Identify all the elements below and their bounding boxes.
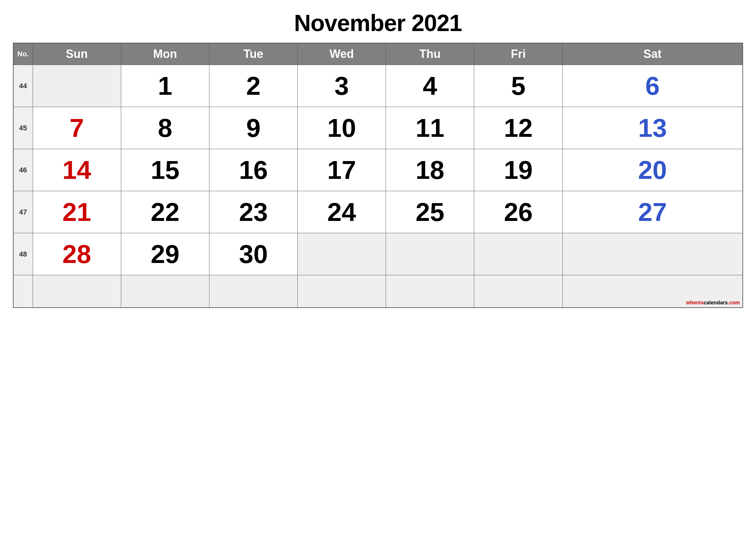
day-cell: 27 <box>562 191 743 233</box>
day-cell: 19 <box>474 149 562 191</box>
empty-cell <box>386 275 474 308</box>
day-cell: 26 <box>474 191 562 233</box>
empty-cell <box>209 275 297 308</box>
week-number: 45 <box>13 107 33 149</box>
header-wed: Wed <box>298 43 386 65</box>
watermark-when: whenis <box>686 300 704 305</box>
day-cell: 24 <box>298 191 386 233</box>
day-cell: 7 <box>33 107 121 149</box>
day-cell: 6 <box>562 65 743 107</box>
week-row: 4721222324252627 <box>13 191 743 233</box>
day-cell: 17 <box>298 149 386 191</box>
header-sun: Sun <box>33 43 121 65</box>
header-row: No. Sun Mon Tue Wed Thu Fri Sat <box>13 43 743 65</box>
day-cell: 9 <box>209 107 297 149</box>
week-row: 4578910111213 <box>13 107 743 149</box>
day-cell: 13 <box>562 107 743 149</box>
day-cell: 20 <box>562 149 743 191</box>
empty-cell <box>33 275 121 308</box>
day-cell: 21 <box>33 191 121 233</box>
week-number: 46 <box>13 149 33 191</box>
day-cell: 28 <box>33 233 121 275</box>
day-cell: 10 <box>298 107 386 149</box>
week-number: 48 <box>13 233 33 275</box>
empty-row: wheniscalendars.com <box>13 275 743 308</box>
day-cell: 1 <box>121 65 209 107</box>
day-cell <box>474 233 562 275</box>
empty-cell <box>121 275 209 308</box>
week-number: 44 <box>13 65 33 107</box>
week-number: 47 <box>13 191 33 233</box>
week-row: 4614151617181920 <box>13 149 743 191</box>
day-cell <box>562 233 743 275</box>
day-cell: 5 <box>474 65 562 107</box>
week-row: 44123456 <box>13 65 743 107</box>
day-cell: 11 <box>386 107 474 149</box>
empty-cell <box>474 275 562 308</box>
watermark-com: .com <box>728 300 740 305</box>
header-sat: Sat <box>562 43 743 65</box>
day-cell: 18 <box>386 149 474 191</box>
day-cell: 22 <box>121 191 209 233</box>
empty-cell <box>298 275 386 308</box>
watermark-is: calendars <box>704 300 728 305</box>
week-row: 48282930 <box>13 233 743 275</box>
day-cell <box>386 233 474 275</box>
day-cell <box>33 65 121 107</box>
header-fri: Fri <box>474 43 562 65</box>
day-cell: 2 <box>209 65 297 107</box>
calendar-table: No. Sun Mon Tue Wed Thu Fri Sat 44123456… <box>13 43 743 308</box>
day-cell: 12 <box>474 107 562 149</box>
day-cell: 4 <box>386 65 474 107</box>
day-cell <box>298 233 386 275</box>
day-cell: 14 <box>33 149 121 191</box>
header-tue: Tue <box>209 43 297 65</box>
day-cell: 23 <box>209 191 297 233</box>
day-cell: 3 <box>298 65 386 107</box>
day-cell: 15 <box>121 149 209 191</box>
day-cell: 16 <box>209 149 297 191</box>
header-thu: Thu <box>386 43 474 65</box>
day-cell: 8 <box>121 107 209 149</box>
calendar-title: November 2021 <box>294 10 462 36</box>
watermark-cell: wheniscalendars.com <box>562 275 743 308</box>
day-cell: 29 <box>121 233 209 275</box>
header-mon: Mon <box>121 43 209 65</box>
day-cell: 30 <box>209 233 297 275</box>
empty-cell <box>13 275 33 308</box>
header-no: No. <box>13 43 33 65</box>
day-cell: 25 <box>386 191 474 233</box>
